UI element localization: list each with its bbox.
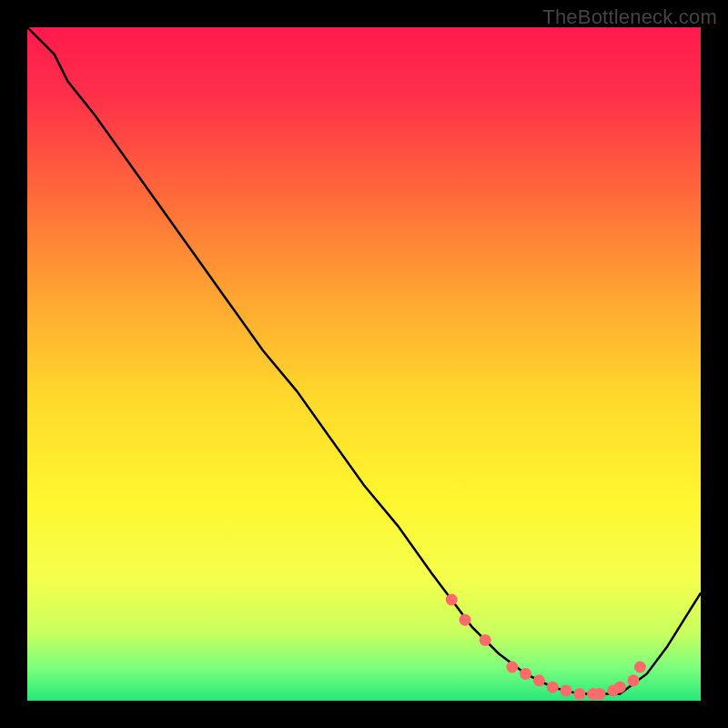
highlight-point — [573, 688, 585, 700]
highlight-point — [506, 662, 518, 673]
highlight-point — [614, 682, 626, 693]
highlight-point — [533, 674, 545, 686]
highlight-point — [561, 684, 572, 696]
highlight-point — [628, 674, 640, 686]
highlight-point — [480, 634, 491, 646]
highlight-point — [594, 688, 606, 700]
highlight-point — [547, 682, 559, 693]
highlight-point — [520, 668, 531, 680]
chart-frame — [27, 27, 701, 701]
watermark-text: TheBottleneck.com — [542, 5, 717, 29]
highlight-point — [460, 614, 471, 626]
gradient-background — [27, 27, 701, 701]
bottleneck-chart — [27, 27, 701, 701]
highlight-point — [634, 662, 646, 673]
highlight-point — [446, 594, 458, 606]
